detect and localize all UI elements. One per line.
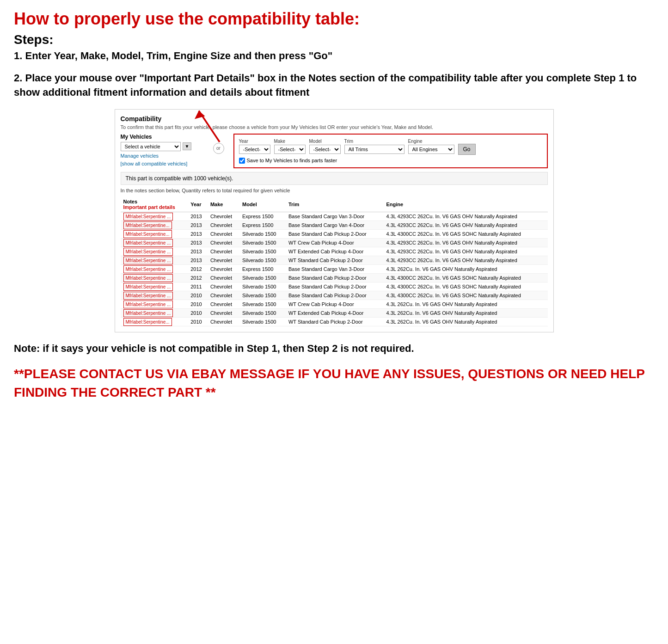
year-label: Year <box>239 139 270 144</box>
go-button[interactable]: Go <box>458 144 476 155</box>
year-cell: 2012 <box>188 264 208 273</box>
engine-cell: 4.3L 262Cu. In. V6 GAS OHV Naturally Asp… <box>384 308 548 317</box>
notes-cell: Mfrlabel:Serpentine ... <box>121 212 188 221</box>
engine-cell: 4.3L 4293CC 262Cu. In. V6 GAS OHV Natura… <box>384 212 548 221</box>
year-column-header: Year <box>188 197 208 212</box>
engine-cell: 4.3L 4293CC 262Cu. In. V6 GAS OHV Natura… <box>384 238 548 247</box>
steps-heading: Steps: <box>14 32 654 47</box>
make-cell: Chevrolet <box>208 212 239 221</box>
make-select[interactable]: -Select- <box>274 145 306 154</box>
save-checkbox[interactable] <box>239 158 245 164</box>
trim-select[interactable]: All Trims <box>344 145 404 154</box>
compat-table: Notes Important part details Year Make M… <box>121 197 548 326</box>
make-cell: Chevrolet <box>208 229 239 238</box>
notes-cell: Mfrlabel:Serpentine ... <box>121 282 188 291</box>
main-title: How to properly use the compatibility ta… <box>14 9 654 29</box>
step2-text: 2. Place your mouse over "Important Part… <box>14 71 654 100</box>
select-vehicle-dropdown[interactable]: Select a vehicle <box>121 142 181 151</box>
engine-cell: 4.3L 4300CC 262Cu. In. V6 GAS SOHC Natur… <box>384 273 548 282</box>
model-cell: Silverado 1500 <box>239 273 286 282</box>
show-all-link[interactable]: [show all compatible vehicles] <box>121 161 188 166</box>
compat-title: Compatibility <box>121 115 548 123</box>
notes-cell: Mfrlabel:Serpentine... <box>121 221 188 229</box>
table-row: Mfrlabel:Serpentine ... 2010 Chevrolet S… <box>121 300 548 308</box>
table-row: Mfrlabel:Serpentine ... 2013 Chevrolet E… <box>121 212 548 221</box>
year-cell: 2010 <box>188 317 208 326</box>
make-cell: Chevrolet <box>208 247 239 256</box>
make-cell: Chevrolet <box>208 238 239 247</box>
make-cell: Chevrolet <box>208 282 239 291</box>
trim-field-group: Trim All Trims <box>344 139 404 154</box>
model-cell: Silverado 1500 <box>239 300 286 308</box>
manage-vehicles-link[interactable]: Manage vehicles <box>121 153 204 159</box>
notes-cell: Mfrlabel:Serpentine ... <box>121 308 188 317</box>
make-cell: Chevrolet <box>208 264 239 273</box>
model-cell: Express 1500 <box>239 264 286 273</box>
year-cell: 2013 <box>188 247 208 256</box>
table-row: Mfrlabel:Serpentine ... 2010 Chevrolet S… <box>121 308 548 317</box>
model-cell: Express 1500 <box>239 221 286 229</box>
trim-cell: Base Standard Cargo Van 3-Door <box>286 264 384 273</box>
year-cell: 2010 <box>188 308 208 317</box>
trim-cell: Base Standard Cab Pickup 2-Door <box>286 282 384 291</box>
model-cell: Silverado 1500 <box>239 291 286 300</box>
notes-cell: Mfrlabel:Serpentine... <box>121 229 188 238</box>
save-row: Save to My Vehicles to finds parts faste… <box>239 158 542 164</box>
trim-cell: WT Crew Cab Pickup 4-Door <box>286 300 384 308</box>
trim-cell: Base Standard Cab Pickup 2-Door <box>286 229 384 238</box>
model-cell: Silverado 1500 <box>239 247 286 256</box>
trim-cell: Base Standard Cargo Van 3-Door <box>286 212 384 221</box>
make-field-group: Make -Select- <box>274 139 306 154</box>
trim-cell: Base Standard Cab Pickup 2-Door <box>286 291 384 300</box>
engine-label: Engine <box>408 139 454 144</box>
engine-select[interactable]: All Engines <box>408 145 454 154</box>
year-select[interactable]: -Select- <box>239 145 270 154</box>
model-cell: Silverado 1500 <box>239 282 286 291</box>
model-cell: Silverado 1500 <box>239 256 286 264</box>
notes-cell: Mfrlabel:Serpentine ... <box>121 247 188 256</box>
trim-cell: WT Extended Cab Pickup 4-Door <box>286 308 384 317</box>
year-cell: 2010 <box>188 291 208 300</box>
model-select[interactable]: -Select- <box>309 145 341 154</box>
model-cell: Silverado 1500 <box>239 308 286 317</box>
trim-cell: Base Standard Cargo Van 4-Door <box>286 221 384 229</box>
table-row: Mfrlabel:Serpentine ... 2012 Chevrolet S… <box>121 273 548 282</box>
make-cell: Chevrolet <box>208 273 239 282</box>
notes-cell: Mfrlabel:Serpentine ... <box>121 238 188 247</box>
engine-cell: 4.3L 262Cu. In. V6 GAS OHV Naturally Asp… <box>384 264 548 273</box>
trim-cell: Base Standard Cab Pickup 2-Door <box>286 273 384 282</box>
make-column-header: Make <box>208 197 239 212</box>
notes-cell: Mfrlabel:Serpentine ... <box>121 256 188 264</box>
notes-cell: Mfrlabel:Serpentine... <box>121 317 188 326</box>
contact-section: **PLEASE CONTACT US VIA EBAY MESSAGE IF … <box>14 365 654 401</box>
compat-note: In the notes section below, Quantity ref… <box>121 188 548 193</box>
notes-cell: Mfrlabel:Serpentine ... <box>121 300 188 308</box>
table-row: Mfrlabel:Serpentine ... 2013 Chevrolet S… <box>121 256 548 264</box>
engine-cell: 4.3L 262Cu. In. V6 GAS OHV Naturally Asp… <box>384 317 548 326</box>
model-label: Model <box>309 139 341 144</box>
table-row: Mfrlabel:Serpentine ... 2013 Chevrolet S… <box>121 247 548 256</box>
table-row: Mfrlabel:Serpentine ... 2010 Chevrolet S… <box>121 291 548 300</box>
engine-cell: 4.3L 4293CC 262Cu. In. V6 GAS OHV Natura… <box>384 256 548 264</box>
notes-column-header: Notes Important part details <box>121 197 188 212</box>
trim-cell: WT Standard Cab Pickup 2-Door <box>286 317 384 326</box>
trim-label: Trim <box>344 139 404 144</box>
note-section: Note: if it says your vehicle is not com… <box>14 342 654 356</box>
year-field-group: Year -Select- <box>239 139 270 154</box>
year-cell: 2013 <box>188 238 208 247</box>
make-cell: Chevrolet <box>208 308 239 317</box>
compat-subtitle: To confirm that this part fits your vehi… <box>121 124 548 130</box>
notes-cell: Mfrlabel:Serpentine ... <box>121 291 188 300</box>
engine-field-group: Engine All Engines <box>408 139 454 154</box>
step1-text: 1. Enter Year, Make, Model, Trim, Engine… <box>14 50 654 62</box>
trim-cell: WT Extended Cab Pickup 4-Door <box>286 247 384 256</box>
year-cell: 2013 <box>188 229 208 238</box>
model-cell: Silverado 1500 <box>239 317 286 326</box>
year-cell: 2012 <box>188 273 208 282</box>
red-arrow-icon <box>186 104 228 146</box>
make-cell: Chevrolet <box>208 291 239 300</box>
important-part-details-header: Important part details <box>123 204 175 210</box>
model-cell: Express 1500 <box>239 212 286 221</box>
make-cell: Chevrolet <box>208 256 239 264</box>
table-row: Mfrlabel:Serpentine ... 2012 Chevrolet E… <box>121 264 548 273</box>
